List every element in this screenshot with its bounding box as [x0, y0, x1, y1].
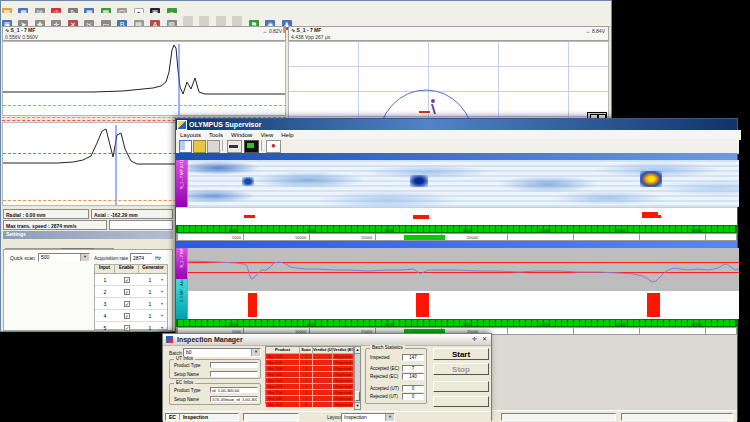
xy-panel-body	[288, 41, 609, 119]
app-icon	[177, 120, 187, 130]
dialog-icon	[166, 336, 173, 343]
chevron-down-icon[interactable]: ▼	[80, 254, 89, 261]
empty-readout	[109, 220, 173, 230]
spinner[interactable]: ▾	[161, 325, 163, 330]
inspected-value: 147	[402, 354, 424, 361]
enable-checkbox[interactable]: ✓	[124, 277, 130, 283]
xy-panel-header: ∿ S_1 - 7 MF 4.438 Vpp 267 µs ↔ 8.84V	[288, 26, 609, 41]
toolbar-separator	[222, 140, 223, 151]
ascan-right-readout: ↔ 0.82V	[263, 28, 282, 34]
spinner[interactable]: ▾	[161, 289, 163, 294]
spinner[interactable]: ▾	[161, 301, 163, 306]
stop-button[interactable]: Stop	[433, 363, 489, 375]
input-row: 3 ✓ 1 ▾	[95, 298, 167, 310]
chevron-down-icon[interactable]: ▼	[251, 349, 260, 356]
enable-col-header: Enable	[115, 265, 139, 274]
gate-marker	[283, 27, 285, 33]
ec-product-type-field[interactable]: rd_1.00-300.00	[210, 387, 258, 393]
pin-icon[interactable]: ✛	[472, 335, 477, 343]
alarm-bar	[248, 293, 257, 317]
main-toolbar-row2: ▣ ➤ ✥ ✛ ✕ ✂ ▭ B ▤ A ▧ ⚑ ◉ ♟	[1, 13, 611, 27]
chevron-down-icon[interactable]: ▼	[385, 414, 394, 421]
stat-label: Accepted (UT)	[370, 386, 399, 392]
scale-label: 5000	[232, 235, 241, 240]
accepted-ut-value: 0	[402, 385, 424, 392]
cscan-heatmap[interactable]	[187, 160, 739, 207]
status-field	[501, 413, 616, 421]
generator-col-header: Generator	[139, 265, 167, 274]
table-vscrollbar[interactable]: ▲ ▼	[354, 346, 361, 410]
card-icon[interactable]	[207, 140, 220, 153]
scroll-thumb[interactable]	[355, 391, 360, 401]
dialog-title: Inspection Manager	[177, 335, 377, 344]
spinner[interactable]: ▾	[161, 277, 163, 282]
indication-blob	[410, 175, 428, 187]
screen-icon[interactable]	[244, 140, 259, 153]
alarm-mark	[244, 215, 255, 218]
dialog-statusbar: EC Inspection Layout Inspection ▼	[163, 411, 491, 422]
layout-combo[interactable]: Inspection ▼	[341, 413, 395, 422]
properties-icon[interactable]	[193, 140, 206, 153]
supervisor-titlebar[interactable]: OLYMPUS Supervisor	[176, 119, 737, 130]
input-row: 1 ✓ 1 ▾	[95, 274, 167, 286]
layout-icon[interactable]	[179, 140, 192, 153]
input-table: Input Enable Generator 1 ✓ 1 ▾ 2 ✓ 1 ▾	[94, 264, 168, 330]
enable-checkbox[interactable]: ✓	[124, 289, 130, 295]
channel2-gutter-ut[interactable]: S_1 - 7 MF	[176, 248, 187, 279]
ascan-panel-title: ∿ S_1 - 7 MF	[5, 27, 35, 33]
enable-checkbox[interactable]: ✓	[124, 313, 130, 319]
table-row[interactable]: Bar 1561Rejected	[266, 402, 353, 407]
enable-checkbox[interactable]: ✓	[124, 301, 130, 307]
acq-rate-unit: Hz	[155, 255, 161, 261]
scale-label: 20000	[467, 235, 478, 240]
results-table-header: Product Scan Verdict (UT) Verdict (EC)	[266, 347, 353, 354]
start-button[interactable]: Start	[433, 348, 489, 360]
record-icon[interactable]: ●	[266, 140, 281, 153]
settings-caption: Settings	[3, 231, 173, 239]
channel2-bottom-label: 0.5 MF - Abs	[179, 279, 184, 302]
quick-scan-combo[interactable]: 500 ▼	[38, 253, 90, 262]
status-field	[621, 413, 733, 421]
gate-line-orange[interactable]	[3, 105, 286, 106]
wave-icon: ∿	[291, 27, 295, 33]
ut-setup-name-field[interactable]	[210, 371, 258, 377]
menu-window[interactable]: Window	[231, 131, 252, 139]
dialog-titlebar[interactable]: Inspection Manager ✛ ✕	[163, 334, 491, 346]
axial-readout: Axial : -162.29 mm	[91, 209, 173, 219]
ec-infos-group: EC Infos Product Type rd_1.00-300.00 Set…	[169, 383, 261, 405]
channel1-gutter[interactable]: S_1 - 7 MF (UT)	[176, 160, 187, 207]
quick-scan-label: Quick scan	[10, 255, 35, 261]
menu-layouts[interactable]: Layouts	[180, 131, 201, 139]
spinner[interactable]: ▾	[161, 313, 163, 318]
scan-scale1[interactable]: 5000 10000 15000 20000	[176, 233, 737, 241]
xy-panel-values: 4.438 Vpp 267 µs	[291, 34, 330, 40]
ec-setup-name-field[interactable]: 1Q5 4Group_rd_1.00-300.00.set	[210, 396, 258, 402]
setup-name-label: Setup Name	[174, 372, 199, 378]
position-ruler2: 2000 4000 6000 8000 10000 12000 14000	[176, 319, 737, 327]
acq-rate-field[interactable]: 2874	[130, 253, 152, 262]
stat-label: Rejected (UT)	[370, 394, 398, 400]
monitor-icon[interactable]	[227, 140, 242, 153]
stat-label: Accepted (EC)	[370, 366, 399, 372]
scroll-up-icon[interactable]: ▲	[355, 347, 360, 354]
scrolling-view1-titlebar[interactable]: Scrolling View	[176, 153, 737, 160]
supervisor-title: OLYMPUS Supervisor	[189, 120, 489, 129]
strip-chart[interactable]	[187, 248, 739, 291]
probe-circle-plot	[289, 42, 609, 119]
wave-icon: ∿	[5, 27, 9, 33]
menu-view[interactable]: View	[260, 131, 273, 139]
ascan-panel-header: ∿ S_1 - 7 MF 0.556V 0.560V ↔ 0.82V	[2, 26, 286, 41]
scrolling-view2-titlebar[interactable]: Scrolling View	[176, 241, 737, 248]
channel2-top-label: S_1 - 7 MF	[179, 248, 184, 268]
hot-indication-blob	[640, 171, 662, 187]
enable-checkbox[interactable]: ✓	[124, 325, 130, 331]
menu-help[interactable]: Help	[281, 131, 293, 139]
radial-readout: Radial : 0.00 mm	[3, 209, 89, 219]
close-icon[interactable]: ✕	[482, 335, 487, 343]
position-ruler1: 2000 4000 6000 8000 10000 12000 14000	[176, 225, 737, 233]
ut-product-type-field[interactable]	[210, 362, 258, 368]
scroll-down-icon[interactable]: ▼	[355, 402, 360, 409]
menu-tools[interactable]: Tools	[209, 131, 223, 139]
tool-a-icon	[183, 16, 193, 26]
channel2-gutter-ec[interactable]: 0.5 MF - Abs	[176, 279, 187, 319]
